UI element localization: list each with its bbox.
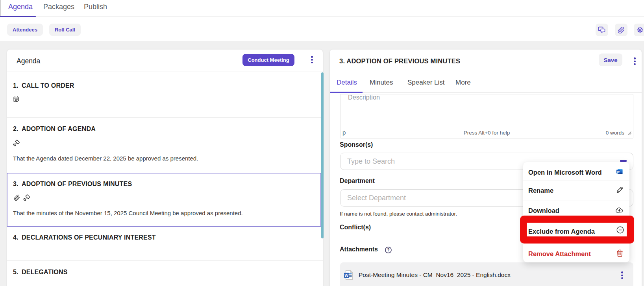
- svg-text:?: ?: [387, 247, 389, 252]
- svg-text:W: W: [617, 170, 620, 173]
- svg-text:W: W: [344, 273, 348, 278]
